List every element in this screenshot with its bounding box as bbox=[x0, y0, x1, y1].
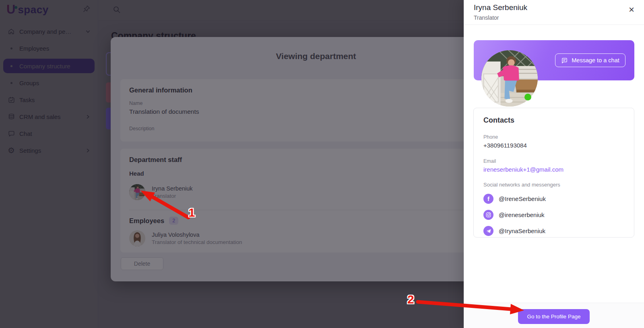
chat-bubble-icon bbox=[561, 57, 568, 64]
message-to-chat-label: Message to a chat bbox=[572, 57, 619, 64]
social-handle: @IrynaSerbeniuk bbox=[499, 228, 545, 234]
drawer-backdrop bbox=[0, 0, 464, 328]
close-icon[interactable]: × bbox=[629, 5, 634, 14]
phone-value: +380961193084 bbox=[483, 142, 624, 149]
social-row-facebook[interactable]: f @IreneSerbeniuk bbox=[483, 194, 624, 204]
profile-avatar[interactable] bbox=[481, 50, 538, 107]
contacts-card: Contacts Phone +380961193084 Email irene… bbox=[473, 108, 634, 238]
telegram-icon bbox=[483, 226, 493, 236]
contacts-heading: Contacts bbox=[483, 116, 624, 125]
profile-role: Translator bbox=[474, 14, 634, 21]
drawer-header: Iryna Serbeniuk Translator × bbox=[464, 0, 644, 25]
go-to-profile-page-button[interactable]: Go to the Profile Page bbox=[518, 309, 590, 324]
social-networks-label: Social networks and messengers bbox=[483, 182, 624, 188]
phone-label: Phone bbox=[483, 134, 624, 140]
email-link[interactable]: ireneserbeniuk+1@gmail.com bbox=[483, 166, 624, 173]
social-handle: @IreneSerbeniuk bbox=[499, 195, 546, 202]
social-row-telegram[interactable]: @IrynaSerbeniuk bbox=[483, 226, 624, 236]
social-handle: @ireneserbeniuk bbox=[499, 211, 545, 218]
instagram-icon bbox=[483, 210, 493, 220]
message-to-chat-button[interactable]: Message to a chat bbox=[555, 53, 625, 67]
social-row-instagram[interactable]: @ireneserbeniuk bbox=[483, 210, 624, 220]
profile-drawer: Iryna Serbeniuk Translator × Message to … bbox=[464, 0, 644, 328]
screen: U spacy Company and pe… bbox=[0, 0, 644, 328]
email-label: Email bbox=[483, 158, 624, 164]
online-status-dot bbox=[524, 94, 531, 100]
drawer-footer: Go to the Profile Page bbox=[464, 303, 644, 328]
profile-name: Iryna Serbeniuk bbox=[474, 3, 634, 12]
facebook-icon: f bbox=[483, 194, 493, 204]
